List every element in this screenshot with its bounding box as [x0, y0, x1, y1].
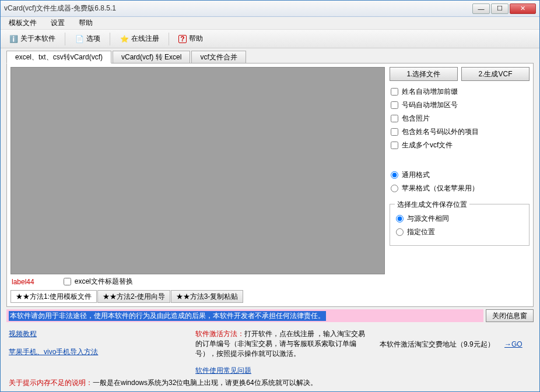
options-button[interactable]: 📄 选项 [70, 32, 105, 45]
tab-vcf-merge[interactable]: vcf文件合并 [191, 51, 246, 63]
about-button[interactable]: ℹ️ 关于本软件 [4, 32, 60, 45]
checkbox-include-other[interactable]: 包含姓名号码以外的项目 [391, 127, 528, 137]
mem-text: 一般是在windows系统为32位电脑上出现，请更换64位系统就可以解决。 [93, 379, 317, 387]
method-tab-2[interactable]: ★★方法2-使用向导 [97, 290, 170, 303]
taobao-text: 本软件激活淘宝交费地址（9.9元起） [380, 340, 495, 348]
radio-same-source[interactable]: 与源文件相同 [396, 214, 523, 224]
side-panel: 1.选择文件 2.生成VCF 姓名自动增加前缀 号码自动增加区号 包含照片 包含… [390, 67, 530, 274]
mem-label: 关于提示内存不足的说明： [9, 379, 93, 387]
checkbox-excel-title-replace-input[interactable] [64, 278, 71, 285]
footer-col3: 本软件激活淘宝交费地址（9.9元起） →GO [380, 329, 531, 376]
menu-settings[interactable]: 设置 [47, 17, 68, 29]
options-icon: 📄 [75, 34, 84, 44]
tab-vcf-to-excel[interactable]: vCard(vcf) 转 Excel [113, 51, 190, 63]
checkbox-name-prefix-input[interactable] [391, 88, 398, 96]
checkbox-name-prefix[interactable]: 姓名自动增加前缀 [391, 87, 528, 97]
upper-area: 1.选择文件 2.生成VCF 姓名自动增加前缀 号码自动增加区号 包含照片 包含… [10, 67, 530, 274]
checkbox-include-other-input[interactable] [391, 128, 398, 136]
select-file-button[interactable]: 1.选择文件 [390, 67, 458, 81]
activation-info: 软件激活方法：打开软件，点在线注册 ，输入淘宝交易的订单编号（非淘宝交易，请与客… [195, 329, 368, 359]
checkbox-include-photo-input[interactable] [391, 115, 398, 122]
checkbox-multi-vcf-input[interactable] [391, 142, 398, 149]
radio-apple-format[interactable]: 苹果格式（仅老苹果用） [391, 183, 528, 193]
method-tab-1[interactable]: ★★方法1:使用模板文件 [10, 290, 97, 303]
titlebar: vCard(vcf)文件生成器-免费版6.8.5.1 — ☐ ✕ [1, 1, 539, 17]
go-link[interactable]: →GO [504, 340, 523, 348]
info-message-text: 本软件请勿用于非法途径，使用本软件的行为及由此造成的后果，本软件开发者不承担任何… [9, 311, 326, 321]
radio-same-source-input[interactable] [396, 215, 404, 223]
radio-general-format[interactable]: 通用格式 [391, 170, 528, 180]
checkbox-area-code-input[interactable] [391, 101, 398, 109]
options-label: 选项 [86, 34, 100, 44]
close-button[interactable]: ✕ [510, 3, 536, 14]
activation-label: 软件激活方法： [195, 330, 244, 338]
method-tab-3[interactable]: ★★方法3-复制粘贴 [171, 290, 244, 303]
content-area: excel、txt、csv转vCard(vcf) vCard(vcf) 转 Ex… [1, 48, 539, 391]
main-tabs: excel、txt、csv转vCard(vcf) vCard(vcf) 转 Ex… [6, 51, 534, 63]
apple-vivo-link[interactable]: 苹果手机、vivo手机导入方法 [9, 347, 184, 357]
button-row: 1.选择文件 2.生成VCF [390, 67, 530, 81]
toolbar-separator [65, 33, 65, 45]
video-tutorial-link[interactable]: 视频教程 [9, 329, 184, 339]
help-label: 帮助 [189, 34, 203, 44]
save-location-legend: 选择生成文件保存位置 [395, 200, 469, 210]
preview-pane[interactable] [10, 67, 385, 274]
options-checklist: 姓名自动增加前缀 号码自动增加区号 包含照片 包含姓名号码以外的项目 生成多个v… [390, 84, 530, 153]
radio-specify-location-input[interactable] [396, 228, 404, 236]
toolbar-separator [169, 33, 169, 45]
register-label: 在线注册 [131, 34, 159, 44]
toolbar-separator [110, 33, 110, 45]
radio-specify-location[interactable]: 指定位置 [396, 227, 523, 237]
footer-col2: 软件激活方法：打开软件，点在线注册 ，输入淘宝交易的订单编号（非淘宝交易，请与客… [195, 329, 368, 376]
info-bar: 本软件请勿用于非法途径，使用本软件的行为及由此造成的后果，本软件开发者不承担任何… [6, 309, 534, 322]
close-info-button[interactable]: 关闭信息窗 [486, 309, 534, 322]
checkbox-include-photo[interactable]: 包含照片 [391, 114, 528, 123]
help-button[interactable]: ? 帮助 [174, 32, 208, 45]
about-label: 关于本软件 [20, 34, 55, 44]
app-window: vCard(vcf)文件生成器-免费版6.8.5.1 — ☐ ✕ 模板文件 设置… [0, 0, 540, 392]
radio-apple-format-input[interactable] [391, 185, 398, 192]
window-controls: — ☐ ✕ [472, 3, 536, 14]
window-title: vCard(vcf)文件生成器-免费版6.8.5.1 [4, 3, 472, 13]
menu-help[interactable]: 帮助 [75, 17, 96, 29]
memory-note: 关于提示内存不足的说明：一般是在windows系统为32位电脑上出现，请更换64… [6, 378, 534, 388]
checkbox-area-code[interactable]: 号码自动增加区号 [391, 100, 528, 110]
toolbar: ℹ️ 关于本软件 📄 选项 ⭐ 在线注册 ? 帮助 [1, 30, 539, 48]
method-tabs: ★★方法1:使用模板文件 ★★方法2-使用向导 ★★方法3-复制粘贴 [10, 290, 530, 303]
register-icon: ⭐ [120, 34, 129, 44]
save-location-group: 选择生成文件保存位置 与源文件相同 指定位置 [390, 204, 530, 246]
register-button[interactable]: ⭐ 在线注册 [115, 32, 164, 45]
radio-general-format-input[interactable] [391, 171, 398, 179]
menubar: 模板文件 设置 帮助 [1, 17, 539, 30]
menu-template-file[interactable]: 模板文件 [5, 17, 40, 29]
generate-vcf-button[interactable]: 2.生成VCF [461, 67, 530, 81]
checkbox-multi-vcf[interactable]: 生成多个vcf文件 [391, 140, 528, 150]
label-row: label44 excel文件标题替换 [10, 274, 530, 289]
maximize-button[interactable]: ☐ [491, 3, 509, 14]
faq-link[interactable]: 软件使用常见问题 [195, 366, 251, 375]
checkbox-excel-title-replace[interactable]: excel文件标题替换 [64, 277, 133, 287]
footer-col1: 视频教程 苹果手机、vivo手机导入方法 [9, 329, 184, 376]
info-message: 本软件请勿用于非法途径，使用本软件的行为及由此造成的后果，本软件开发者不承担任何… [6, 309, 483, 322]
minimize-button[interactable]: — [472, 3, 490, 14]
main-panel: 1.选择文件 2.生成VCF 姓名自动增加前缀 号码自动增加区号 包含照片 包含… [6, 63, 534, 307]
label44: label44 [12, 278, 34, 286]
about-icon: ℹ️ [9, 34, 18, 44]
footer: 视频教程 苹果手机、vivo手机导入方法 软件激活方法：打开软件，点在线注册 ，… [6, 322, 534, 378]
format-radiogroup: 通用格式 苹果格式（仅老苹果用） [390, 168, 530, 196]
help-icon: ? [178, 35, 187, 43]
tab-excel-to-vcf[interactable]: excel、txt、csv转vCard(vcf) [6, 51, 111, 63]
